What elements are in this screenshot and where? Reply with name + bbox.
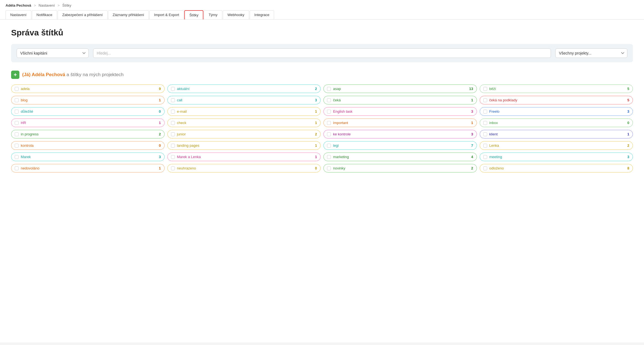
label-checkbox[interactable] [171, 132, 175, 136]
label-checkbox[interactable] [15, 121, 19, 125]
tab-nastavení[interactable]: Nastavení [6, 10, 31, 19]
label-checkbox[interactable] [171, 110, 175, 114]
label-item[interactable]: čeká1 [323, 96, 477, 104]
tab-webhooky[interactable]: Webhooky [223, 10, 249, 19]
label-checkbox[interactable] [171, 155, 175, 159]
label-left: důležité [15, 109, 33, 114]
label-name: asap [333, 87, 341, 91]
tab-záznamy-přihlášení[interactable]: Záznamy přihlášení [108, 10, 149, 19]
label-item[interactable]: neuhrazeno0 [167, 164, 321, 172]
tab-zabezpečení-a-přihlášení[interactable]: Zabezpečení a přihlášení [58, 10, 108, 19]
label-item[interactable]: asap13 [323, 84, 477, 93]
label-checkbox[interactable] [327, 132, 331, 136]
label-checkbox[interactable] [483, 87, 487, 91]
label-item[interactable]: important1 [323, 119, 477, 127]
label-name: odloženo [489, 166, 504, 170]
label-item[interactable]: Lenka2 [480, 141, 633, 150]
label-checkbox[interactable] [15, 144, 19, 148]
label-left: klient [483, 132, 498, 136]
label-checkbox[interactable] [327, 87, 331, 91]
label-left: čeká [327, 98, 341, 102]
tab-štítky[interactable]: Štítky [184, 10, 203, 19]
label-name: adela [21, 87, 30, 91]
label-checkbox[interactable] [171, 121, 175, 125]
label-item[interactable]: adela9 [11, 84, 165, 93]
label-item[interactable]: nedovoláno1 [11, 164, 165, 172]
add-label-button[interactable]: + [11, 71, 19, 79]
breadcrumb-user[interactable]: Adéla Pechová [6, 3, 31, 7]
label-item[interactable]: in progress2 [11, 130, 165, 138]
label-checkbox[interactable] [15, 87, 19, 91]
label-name: kontrola [21, 143, 34, 148]
label-checkbox[interactable] [483, 155, 487, 159]
label-checkbox[interactable] [15, 110, 19, 114]
label-count: 5 [627, 98, 629, 102]
label-left: běží [483, 87, 496, 91]
label-count: 3 [627, 155, 629, 159]
label-item[interactable]: novinky2 [323, 164, 477, 172]
label-item[interactable]: check1 [167, 119, 321, 127]
label-name: marketing [333, 155, 349, 159]
label-checkbox[interactable] [327, 155, 331, 159]
label-checkbox[interactable] [327, 166, 331, 170]
label-checkbox[interactable] [15, 166, 19, 170]
label-item[interactable]: blog1 [11, 96, 165, 104]
tab-integrace[interactable]: Integrace [250, 10, 274, 19]
tab-notifikace[interactable]: Notifikace [32, 10, 57, 19]
label-item[interactable]: meeting3 [480, 153, 633, 161]
label-item[interactable]: odloženo8 [480, 164, 633, 172]
label-item[interactable]: běží5 [480, 84, 633, 93]
label-checkbox[interactable] [327, 121, 331, 125]
label-item[interactable]: call3 [167, 96, 321, 104]
label-item[interactable]: marketing4 [323, 153, 477, 161]
label-left: e-mail [171, 109, 187, 114]
label-name: aktuální [177, 87, 190, 91]
label-item[interactable]: důležité0 [11, 107, 165, 116]
label-count: 9 [159, 87, 161, 91]
label-item[interactable]: Marek a Lenka1 [167, 153, 321, 161]
search-input[interactable] [93, 48, 551, 58]
label-checkbox[interactable] [483, 121, 487, 125]
label-count: 2 [159, 132, 161, 136]
label-item[interactable]: čeká na podklady5 [480, 96, 633, 104]
label-name: inbox [489, 121, 498, 125]
label-item[interactable]: English task3 [323, 107, 477, 116]
label-item[interactable]: kontrola0 [11, 141, 165, 150]
label-checkbox[interactable] [15, 155, 19, 159]
label-checkbox[interactable] [171, 144, 175, 148]
label-item[interactable]: landing pages1 [167, 141, 321, 150]
label-checkbox[interactable] [483, 98, 487, 102]
label-left: novinky [327, 166, 345, 170]
label-item[interactable]: junior2 [167, 130, 321, 138]
label-checkbox[interactable] [483, 110, 487, 114]
label-checkbox[interactable] [327, 144, 331, 148]
label-checkbox[interactable] [327, 98, 331, 102]
label-checkbox[interactable] [15, 132, 19, 136]
label-checkbox[interactable] [327, 110, 331, 114]
label-left: adela [15, 87, 30, 91]
label-checkbox[interactable] [483, 132, 487, 136]
label-item[interactable]: klient1 [480, 130, 633, 138]
label-item[interactable]: Freelo3 [480, 107, 633, 116]
captain-select[interactable]: Všichni kapitáni [17, 48, 89, 58]
label-checkbox[interactable] [171, 166, 175, 170]
label-name: čeká na podklady [489, 98, 517, 102]
label-checkbox[interactable] [483, 166, 487, 170]
label-item[interactable]: ke kontrole3 [323, 130, 477, 138]
label-checkbox[interactable] [171, 98, 175, 102]
label-count: 1 [471, 121, 473, 125]
label-checkbox[interactable] [15, 98, 19, 102]
project-select[interactable]: Všechny projekty... [555, 48, 627, 58]
label-item[interactable]: HR1 [11, 119, 165, 127]
label-item[interactable]: legi7 [323, 141, 477, 150]
breadcrumb-link1[interactable]: Nastavení [39, 3, 55, 7]
label-item[interactable]: Marek3 [11, 153, 165, 161]
label-item[interactable]: e-mail1 [167, 107, 321, 116]
label-checkbox[interactable] [483, 144, 487, 148]
label-item[interactable]: aktuální2 [167, 84, 321, 93]
label-item[interactable]: inbox0 [480, 119, 633, 127]
tab-import-&-export[interactable]: Import & Export [149, 10, 184, 19]
label-name: important [333, 121, 348, 125]
tab-týmy[interactable]: Týmy [204, 10, 222, 19]
label-checkbox[interactable] [171, 87, 175, 91]
